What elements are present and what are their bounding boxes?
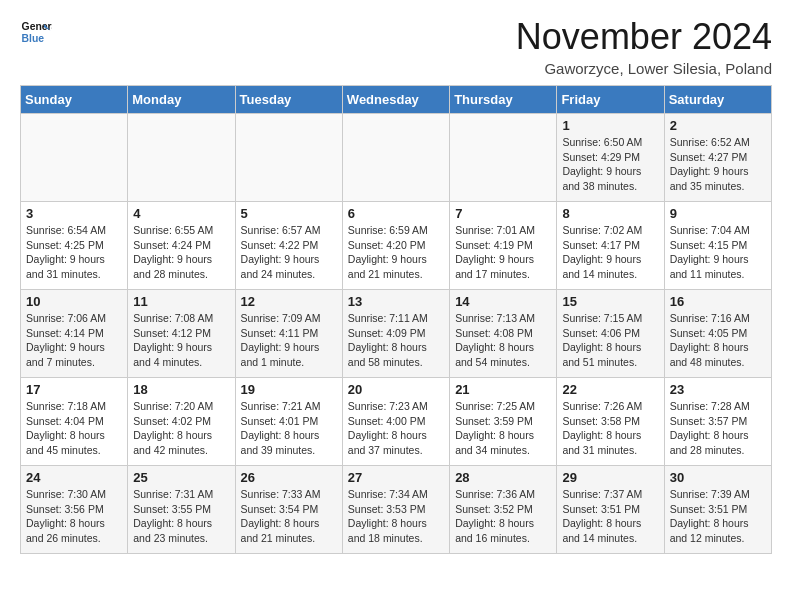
- calendar-cell: 25Sunrise: 7:31 AM Sunset: 3:55 PM Dayli…: [128, 466, 235, 554]
- svg-text:Blue: Blue: [22, 33, 45, 44]
- calendar-cell: [342, 114, 449, 202]
- day-number: 27: [348, 470, 444, 485]
- day-info: Sunrise: 7:08 AM Sunset: 4:12 PM Dayligh…: [133, 311, 229, 370]
- day-info: Sunrise: 6:59 AM Sunset: 4:20 PM Dayligh…: [348, 223, 444, 282]
- day-number: 20: [348, 382, 444, 397]
- day-number: 23: [670, 382, 766, 397]
- day-info: Sunrise: 7:31 AM Sunset: 3:55 PM Dayligh…: [133, 487, 229, 546]
- calendar-cell: 19Sunrise: 7:21 AM Sunset: 4:01 PM Dayli…: [235, 378, 342, 466]
- day-number: 13: [348, 294, 444, 309]
- day-number: 21: [455, 382, 551, 397]
- day-number: 10: [26, 294, 122, 309]
- day-number: 17: [26, 382, 122, 397]
- calendar-cell: 3Sunrise: 6:54 AM Sunset: 4:25 PM Daylig…: [21, 202, 128, 290]
- day-number: 19: [241, 382, 337, 397]
- calendar-cell: 14Sunrise: 7:13 AM Sunset: 4:08 PM Dayli…: [450, 290, 557, 378]
- calendar-cell: 8Sunrise: 7:02 AM Sunset: 4:17 PM Daylig…: [557, 202, 664, 290]
- day-number: 16: [670, 294, 766, 309]
- day-number: 6: [348, 206, 444, 221]
- day-info: Sunrise: 7:23 AM Sunset: 4:00 PM Dayligh…: [348, 399, 444, 458]
- calendar-week-5: 24Sunrise: 7:30 AM Sunset: 3:56 PM Dayli…: [21, 466, 772, 554]
- weekday-header-friday: Friday: [557, 86, 664, 114]
- day-info: Sunrise: 7:25 AM Sunset: 3:59 PM Dayligh…: [455, 399, 551, 458]
- calendar-cell: 4Sunrise: 6:55 AM Sunset: 4:24 PM Daylig…: [128, 202, 235, 290]
- day-info: Sunrise: 7:26 AM Sunset: 3:58 PM Dayligh…: [562, 399, 658, 458]
- header: General Blue November 2024 Gaworzyce, Lo…: [20, 16, 772, 77]
- day-info: Sunrise: 7:33 AM Sunset: 3:54 PM Dayligh…: [241, 487, 337, 546]
- calendar-cell: 16Sunrise: 7:16 AM Sunset: 4:05 PM Dayli…: [664, 290, 771, 378]
- day-number: 28: [455, 470, 551, 485]
- day-info: Sunrise: 7:39 AM Sunset: 3:51 PM Dayligh…: [670, 487, 766, 546]
- day-number: 3: [26, 206, 122, 221]
- calendar-cell: 5Sunrise: 6:57 AM Sunset: 4:22 PM Daylig…: [235, 202, 342, 290]
- day-info: Sunrise: 6:52 AM Sunset: 4:27 PM Dayligh…: [670, 135, 766, 194]
- day-number: 30: [670, 470, 766, 485]
- calendar-cell: 17Sunrise: 7:18 AM Sunset: 4:04 PM Dayli…: [21, 378, 128, 466]
- calendar-cell: 10Sunrise: 7:06 AM Sunset: 4:14 PM Dayli…: [21, 290, 128, 378]
- calendar-week-2: 3Sunrise: 6:54 AM Sunset: 4:25 PM Daylig…: [21, 202, 772, 290]
- calendar-cell: [21, 114, 128, 202]
- day-info: Sunrise: 7:11 AM Sunset: 4:09 PM Dayligh…: [348, 311, 444, 370]
- calendar-cell: 27Sunrise: 7:34 AM Sunset: 3:53 PM Dayli…: [342, 466, 449, 554]
- calendar-cell: 22Sunrise: 7:26 AM Sunset: 3:58 PM Dayli…: [557, 378, 664, 466]
- day-number: 1: [562, 118, 658, 133]
- calendar-cell: 2Sunrise: 6:52 AM Sunset: 4:27 PM Daylig…: [664, 114, 771, 202]
- day-number: 5: [241, 206, 337, 221]
- weekday-header-thursday: Thursday: [450, 86, 557, 114]
- calendar-cell: 9Sunrise: 7:04 AM Sunset: 4:15 PM Daylig…: [664, 202, 771, 290]
- month-title: November 2024: [516, 16, 772, 58]
- day-info: Sunrise: 7:21 AM Sunset: 4:01 PM Dayligh…: [241, 399, 337, 458]
- calendar-cell: 24Sunrise: 7:30 AM Sunset: 3:56 PM Dayli…: [21, 466, 128, 554]
- day-number: 29: [562, 470, 658, 485]
- calendar-cell: 18Sunrise: 7:20 AM Sunset: 4:02 PM Dayli…: [128, 378, 235, 466]
- day-number: 9: [670, 206, 766, 221]
- day-number: 11: [133, 294, 229, 309]
- day-info: Sunrise: 7:18 AM Sunset: 4:04 PM Dayligh…: [26, 399, 122, 458]
- calendar-header: SundayMondayTuesdayWednesdayThursdayFrid…: [21, 86, 772, 114]
- calendar-cell: 7Sunrise: 7:01 AM Sunset: 4:19 PM Daylig…: [450, 202, 557, 290]
- calendar-cell: 20Sunrise: 7:23 AM Sunset: 4:00 PM Dayli…: [342, 378, 449, 466]
- weekday-header-wednesday: Wednesday: [342, 86, 449, 114]
- day-number: 14: [455, 294, 551, 309]
- day-info: Sunrise: 7:02 AM Sunset: 4:17 PM Dayligh…: [562, 223, 658, 282]
- day-number: 8: [562, 206, 658, 221]
- day-info: Sunrise: 7:15 AM Sunset: 4:06 PM Dayligh…: [562, 311, 658, 370]
- day-info: Sunrise: 7:04 AM Sunset: 4:15 PM Dayligh…: [670, 223, 766, 282]
- day-number: 25: [133, 470, 229, 485]
- day-info: Sunrise: 7:06 AM Sunset: 4:14 PM Dayligh…: [26, 311, 122, 370]
- calendar-week-4: 17Sunrise: 7:18 AM Sunset: 4:04 PM Dayli…: [21, 378, 772, 466]
- calendar-cell: 6Sunrise: 6:59 AM Sunset: 4:20 PM Daylig…: [342, 202, 449, 290]
- calendar: SundayMondayTuesdayWednesdayThursdayFrid…: [20, 85, 772, 554]
- location-title: Gaworzyce, Lower Silesia, Poland: [516, 60, 772, 77]
- day-info: Sunrise: 7:16 AM Sunset: 4:05 PM Dayligh…: [670, 311, 766, 370]
- day-info: Sunrise: 6:57 AM Sunset: 4:22 PM Dayligh…: [241, 223, 337, 282]
- calendar-week-3: 10Sunrise: 7:06 AM Sunset: 4:14 PM Dayli…: [21, 290, 772, 378]
- day-number: 15: [562, 294, 658, 309]
- day-number: 18: [133, 382, 229, 397]
- calendar-cell: 26Sunrise: 7:33 AM Sunset: 3:54 PM Dayli…: [235, 466, 342, 554]
- day-info: Sunrise: 6:54 AM Sunset: 4:25 PM Dayligh…: [26, 223, 122, 282]
- calendar-cell: 21Sunrise: 7:25 AM Sunset: 3:59 PM Dayli…: [450, 378, 557, 466]
- day-number: 24: [26, 470, 122, 485]
- title-area: November 2024 Gaworzyce, Lower Silesia, …: [516, 16, 772, 77]
- calendar-week-1: 1Sunrise: 6:50 AM Sunset: 4:29 PM Daylig…: [21, 114, 772, 202]
- day-number: 26: [241, 470, 337, 485]
- day-number: 22: [562, 382, 658, 397]
- calendar-body: 1Sunrise: 6:50 AM Sunset: 4:29 PM Daylig…: [21, 114, 772, 554]
- day-info: Sunrise: 7:09 AM Sunset: 4:11 PM Dayligh…: [241, 311, 337, 370]
- day-info: Sunrise: 6:50 AM Sunset: 4:29 PM Dayligh…: [562, 135, 658, 194]
- calendar-cell: 13Sunrise: 7:11 AM Sunset: 4:09 PM Dayli…: [342, 290, 449, 378]
- calendar-cell: 12Sunrise: 7:09 AM Sunset: 4:11 PM Dayli…: [235, 290, 342, 378]
- day-info: Sunrise: 7:13 AM Sunset: 4:08 PM Dayligh…: [455, 311, 551, 370]
- calendar-cell: 1Sunrise: 6:50 AM Sunset: 4:29 PM Daylig…: [557, 114, 664, 202]
- weekday-header-row: SundayMondayTuesdayWednesdayThursdayFrid…: [21, 86, 772, 114]
- day-info: Sunrise: 7:28 AM Sunset: 3:57 PM Dayligh…: [670, 399, 766, 458]
- calendar-cell: 28Sunrise: 7:36 AM Sunset: 3:52 PM Dayli…: [450, 466, 557, 554]
- calendar-cell: 29Sunrise: 7:37 AM Sunset: 3:51 PM Dayli…: [557, 466, 664, 554]
- day-number: 4: [133, 206, 229, 221]
- calendar-cell: [235, 114, 342, 202]
- day-info: Sunrise: 7:34 AM Sunset: 3:53 PM Dayligh…: [348, 487, 444, 546]
- logo-icon: General Blue: [20, 16, 52, 48]
- svg-text:General: General: [22, 21, 52, 32]
- day-number: 12: [241, 294, 337, 309]
